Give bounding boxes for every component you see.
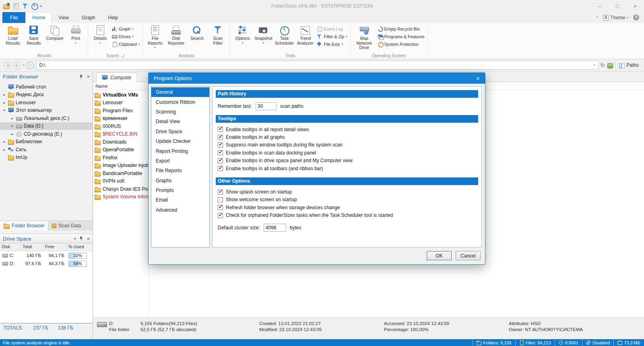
snapshot-button[interactable]: Snapshot ▾ — [253, 24, 273, 44]
caret-icon[interactable]: ▸ — [10, 116, 14, 120]
caret-down-icon[interactable]: ▾ — [2, 108, 6, 112]
checkbox-row[interactable]: Enable tooltips in all graphs — [218, 133, 478, 141]
drives-menu-item[interactable]: Drives ▾ — [112, 33, 140, 39]
qat-customize-chevron-icon[interactable]: ▾ — [40, 4, 42, 8]
nav-item-file-reports[interactable]: File Reports — [151, 166, 209, 175]
programs-features-menu-item[interactable]: Programs & Features — [378, 33, 425, 39]
caret-icon[interactable]: ▸ — [2, 93, 6, 97]
history-chevron-icon[interactable]: ▾ — [23, 64, 25, 67]
maximize-button[interactable]: □ — [609, 0, 626, 12]
column-free[interactable]: Free — [43, 243, 67, 251]
tab-folder-browser[interactable]: Folder Browser — [0, 221, 48, 231]
disk-reporter-button[interactable]: Disk Reporter — [166, 24, 186, 45]
tree-item-this-pc[interactable]: ▾ Этот компьютер — [0, 107, 93, 115]
task-scheduler-button[interactable]: Task Scheduler — [274, 24, 294, 45]
nav-item-advanced[interactable]: Advanced — [151, 205, 209, 215]
checkbox-row[interactable]: Suppress main window tooltips during fil… — [218, 141, 478, 149]
cancel-button[interactable]: Cancel — [456, 251, 481, 260]
tree-item-libraries[interactable]: ▸ Библиотеки — [0, 138, 93, 146]
tab-file[interactable]: File — [2, 12, 25, 23]
compare-button[interactable]: Compare — [45, 24, 65, 41]
scan-filter-button[interactable]: Scan Filter — [208, 24, 228, 45]
help-icon[interactable]: ? — [633, 14, 639, 21]
tab-help[interactable]: Help — [102, 12, 125, 23]
tree-item-network[interactable]: ▸ Сеть — [0, 146, 93, 154]
map-network-drive-button[interactable]: Map Network Drive — [353, 24, 376, 50]
tab-computer[interactable]: Computer — [96, 72, 137, 82]
nav-item-graphs[interactable]: Graphs — [151, 176, 209, 185]
tree-item-yandex-disk[interactable]: ▸ Яндекс.Диск — [0, 91, 93, 99]
collapse-ribbon-icon[interactable]: ^ — [596, 15, 598, 20]
tab-scan-data[interactable]: Scan Data — [48, 221, 85, 231]
checkbox[interactable] — [218, 166, 223, 171]
save-results-button[interactable]: Save Results — [24, 24, 44, 45]
load-results-button[interactable]: Load Results — [3, 24, 23, 45]
nav-item-scanning[interactable]: Scanning — [151, 107, 209, 117]
drive-row-d[interactable]: D: 97,6 ГБ 44,3 ГБ 54% — [0, 260, 93, 268]
tree-item-lenouser[interactable]: ▸ Lenouser — [0, 99, 93, 107]
checkbox-row[interactable]: Check for orphaned FolderSizes tasks whe… — [218, 212, 478, 219]
options-button[interactable]: Options ▾ — [232, 24, 252, 44]
tab-home[interactable]: Home — [25, 12, 52, 23]
column-total[interactable]: Total — [21, 243, 43, 251]
checkbox[interactable] — [218, 142, 223, 148]
column-used[interactable]: % Used — [67, 243, 93, 251]
caret-icon[interactable]: ▸ — [10, 124, 14, 128]
nav-item-report-printing[interactable]: Report Printing — [151, 146, 209, 156]
path-input[interactable]: D:\ ▾ — [36, 61, 599, 70]
nav-item-update-checker[interactable]: Update Checker — [151, 136, 209, 146]
tree-item-drive-d[interactable]: ▸ Data (D:) — [0, 122, 93, 130]
nav-item-detail-view[interactable]: Detail View — [151, 117, 209, 126]
close-panel-icon[interactable]: × — [87, 236, 90, 241]
column-disk[interactable]: Disk — [0, 243, 21, 251]
tab-view[interactable]: View — [52, 12, 75, 23]
nav-item-email[interactable]: Email — [151, 195, 209, 205]
back-button[interactable]: ◀ — [4, 62, 11, 69]
nav-item-general[interactable]: General — [151, 87, 209, 97]
pin-icon[interactable] — [79, 236, 83, 241]
checkbox[interactable] — [218, 213, 223, 218]
nav-item-export[interactable]: Export — [151, 156, 209, 166]
tree-item-imup[interactable]: ImUp — [0, 154, 93, 162]
cluster-size-input[interactable] — [264, 224, 286, 232]
pin-icon[interactable] — [79, 74, 83, 79]
refresh-icon[interactable]: ↻ — [601, 62, 605, 68]
empty-recycle-bin-menu-item[interactable]: Empty Recycle Bin — [378, 26, 425, 32]
nav-item-prompts[interactable]: Prompts — [151, 185, 209, 195]
clipboard-menu-item[interactable]: Clipboard ▾ — [112, 41, 140, 47]
search-button[interactable]: Search — [187, 24, 207, 41]
checkbox-row[interactable]: Show splash screen on startup — [218, 188, 478, 196]
remember-last-input[interactable] — [256, 102, 277, 110]
nav-item-customize-ribbon[interactable]: Customize Ribbon — [151, 97, 209, 107]
ok-button[interactable]: OK — [427, 251, 452, 260]
checkbox[interactable] — [218, 197, 223, 202]
file-exts-menu-item[interactable]: File Exts ▾ — [317, 41, 347, 47]
tree-item-drive-c[interactable]: ▸ Локальный диск (C:) — [0, 114, 93, 122]
caret-icon[interactable]: ▸ — [2, 140, 6, 144]
checkbox-row[interactable]: Refresh folder browser when storage devi… — [218, 204, 478, 211]
tree-item-cd-drive-e[interactable]: ▸ CD-дисковод (E:) — [0, 130, 93, 138]
checkbox-row[interactable]: Show welcome screen on startup — [218, 196, 478, 204]
checkbox-row[interactable]: Enable tooltips in all toolbars (and rib… — [218, 165, 478, 172]
checkbox[interactable] — [218, 127, 223, 132]
caret-icon[interactable]: ▸ — [2, 148, 6, 152]
path-dropdown-icon[interactable]: ▾ — [594, 64, 595, 67]
file-reports-button[interactable]: File Reports ▾ — [145, 24, 165, 49]
theme-selector[interactable]: A Theme ▾ — [603, 15, 628, 21]
filter-zip-menu-item[interactable]: Filter & Zip ▾ — [317, 33, 347, 39]
details-button[interactable]: Details ▾ — [90, 24, 110, 44]
forward-button[interactable]: ▶ — [13, 62, 21, 69]
checkbox-row[interactable]: Enable tooltips in all report detail vie… — [218, 126, 478, 133]
minimize-button[interactable]: – — [591, 0, 609, 12]
close-panel-icon[interactable]: × — [87, 74, 90, 79]
trend-analyzer-button[interactable]: Trend Analyzer — [295, 24, 315, 45]
graph-menu-item[interactable]: Graph ▾ — [112, 26, 140, 32]
qat-new-report-icon[interactable] — [12, 3, 19, 9]
dialog-title-bar[interactable]: Program Options × — [149, 73, 485, 84]
print-button[interactable]: Print ▾ — [66, 24, 86, 44]
dialog-close-icon[interactable]: × — [469, 75, 480, 82]
caret-icon[interactable]: ▸ — [2, 101, 6, 105]
tree-item-desktop[interactable]: Рабочий стол — [0, 83, 93, 91]
close-button[interactable]: × — [626, 0, 644, 12]
up-button[interactable]: ↑ — [27, 62, 34, 69]
